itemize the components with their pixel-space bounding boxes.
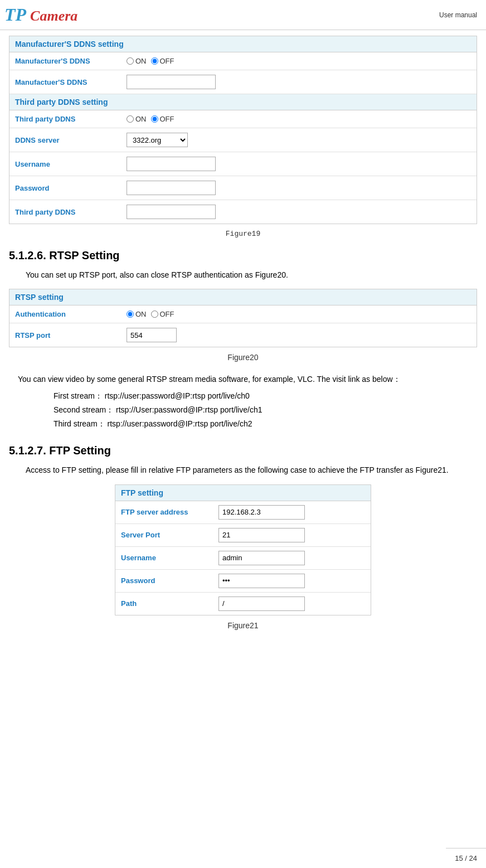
manufacturer-ddns-off-label[interactable]: OFF [151,57,174,65]
rtsp-description: You can view video by some general RTSP … [18,373,477,385]
ftp-server-port-label: Server Port [121,531,218,539]
ftp-table: FTP setting FTP server address Server Po… [115,484,371,615]
third-party-ddns-label-1: Third party DDNS [15,115,127,123]
ftp-server-address-input[interactable] [218,505,305,520]
third-party-ddns-on-label[interactable]: ON [127,115,147,123]
password-value [127,181,216,195]
rtsp-section-title: 5.1.2.6. RTSP Setting [9,249,477,262]
rtsp-auth-radio[interactable]: ON OFF [127,310,174,318]
ftp-table-header: FTP setting [115,485,371,501]
rtsp-auth-off-radio[interactable] [151,311,158,318]
ftp-username-value [218,551,305,565]
manufacturer-ddns-radio[interactable]: ON OFF [127,57,174,65]
third-stream-value: rtsp://user:password@IP:rtsp port/live/c… [107,419,252,428]
ftp-username-input[interactable] [218,551,305,565]
third-party-ddns-header: Third party DDNS setting [9,94,477,110]
password-label: Password [15,184,127,192]
ftp-password-input[interactable] [218,574,305,588]
password-input[interactable] [127,181,216,195]
ftp-section-title: 5.1.2.7. FTP Setting [9,444,477,457]
figure19-caption: Figure19 [9,230,477,238]
ftp-password-row: Password [115,570,371,593]
ftp-server-address-value [218,505,305,520]
main-content: Manufacturer'S DDNS setting Manufacturer… [0,30,486,675]
third-party-ddns-radio[interactable]: ON OFF [127,115,174,123]
manufacturer-ddns-row-2: Manufactuer'S DDNS [9,70,477,94]
ftp-server-port-input[interactable] [218,528,305,542]
rtsp-auth-on-radio[interactable] [127,311,134,318]
rtsp-port-label: RTSP port [15,331,127,340]
ftp-path-value [218,597,305,611]
ftp-password-label: Password [121,576,218,585]
stream-info: First stream： rtsp://user:password@IP:rt… [54,389,477,431]
ftp-username-row: Username [115,547,371,570]
rtsp-auth-row: Authentication ON OFF [9,306,477,323]
rtsp-intro: You can set up RTSP port, also can close… [26,269,477,281]
username-row: Username [9,152,477,176]
ftp-heading: 5.1.2.7. FTP Setting [9,444,111,457]
third-stream: Third stream： rtsp://user:password@IP:rt… [54,417,477,431]
rtsp-port-value [127,328,177,342]
username-label: Username [15,160,127,168]
ftp-server-address-row: FTP server address [115,501,371,524]
figure20-caption: Figure20 [9,353,477,362]
manual-label: User manual [439,11,477,19]
rtsp-auth-label: Authentication [15,310,127,318]
ddns-server-row: DDNS server 3322.org [9,128,477,152]
page-number: 15 / 24 [455,854,477,862]
third-party-ddns-off-label[interactable]: OFF [151,115,174,123]
figure21-caption: Figure21 [9,621,477,630]
rtsp-table-header: RTSP setting [9,289,477,306]
third-party-ddns-off-radio[interactable] [151,115,158,123]
manufactuer-ddns-label: Manufactuer'S DDNS [15,78,127,86]
third-party-ddns-text-input[interactable] [127,205,216,219]
manufacturer-ddns-row-1: Manufacturer'S DDNS ON OFF [9,52,477,70]
manufacturer-ddns-header: Manufacturer'S DDNS setting [9,36,477,52]
rtsp-port-input[interactable] [127,328,177,342]
ftp-server-address-label: FTP server address [121,508,218,516]
username-value [127,157,216,171]
rtsp-table: RTSP setting Authentication ON OFF RTSP … [9,289,477,347]
first-stream-value: rtsp://user:password@IP:rtsp port/live/c… [105,391,250,400]
ftp-intro: Access to FTP setting, please fill in re… [26,464,477,476]
username-input[interactable] [127,157,216,171]
manufacturer-ddns-on-radio[interactable] [127,57,134,65]
manufactuer-ddns-input[interactable] [127,75,216,89]
rtsp-heading: 5.1.2.6. RTSP Setting [9,249,120,261]
ftp-server-port-row: Server Port [115,524,371,547]
third-party-ddns-text-value [127,205,216,219]
ddns-server-value: 3322.org [127,133,188,147]
password-row: Password [9,176,477,200]
second-stream-label: Second stream： [54,405,114,414]
first-stream: First stream： rtsp://user:password@IP:rt… [54,389,477,403]
ftp-server-port-value [218,528,305,542]
second-stream-value: rtsp://User:password@IP:rtsp port/live/c… [116,405,262,414]
manufacturer-ddns-label-1: Manufacturer'S DDNS [15,57,127,65]
third-party-ddns-text-row: Third party DDNS [9,200,477,224]
rtsp-auth-on-label[interactable]: ON [127,310,147,318]
first-stream-label: First stream： [54,391,103,400]
ddns-server-label: DDNS server [15,136,127,144]
ftp-path-row: Path [115,593,371,615]
page-footer: 15 / 24 [446,848,486,868]
manufacturer-ddns-table: Manufacturer'S DDNS setting Manufacturer… [9,36,477,224]
ftp-path-input[interactable] [218,597,305,611]
third-party-ddns-text-label: Third party DDNS [15,208,127,216]
manufactuer-ddns-value [127,75,216,89]
rtsp-port-row: RTSP port [9,323,477,347]
second-stream: Second stream： rtsp://User:password@IP:r… [54,403,477,417]
ftp-path-label: Path [121,599,218,608]
logo: TP Camera [4,4,77,25]
manufacturer-ddns-off-radio[interactable] [151,57,158,65]
page-header: TP Camera User manual [0,0,486,30]
rtsp-auth-off-label[interactable]: OFF [151,310,174,318]
ftp-password-value [218,574,305,588]
ftp-username-label: Username [121,554,218,562]
manufacturer-ddns-on-label[interactable]: ON [127,57,147,65]
third-party-ddns-row-1: Third party DDNS ON OFF [9,110,477,128]
third-stream-label: Third stream： [54,419,105,428]
ddns-server-select[interactable]: 3322.org [127,133,188,147]
third-party-ddns-on-radio[interactable] [127,115,134,123]
